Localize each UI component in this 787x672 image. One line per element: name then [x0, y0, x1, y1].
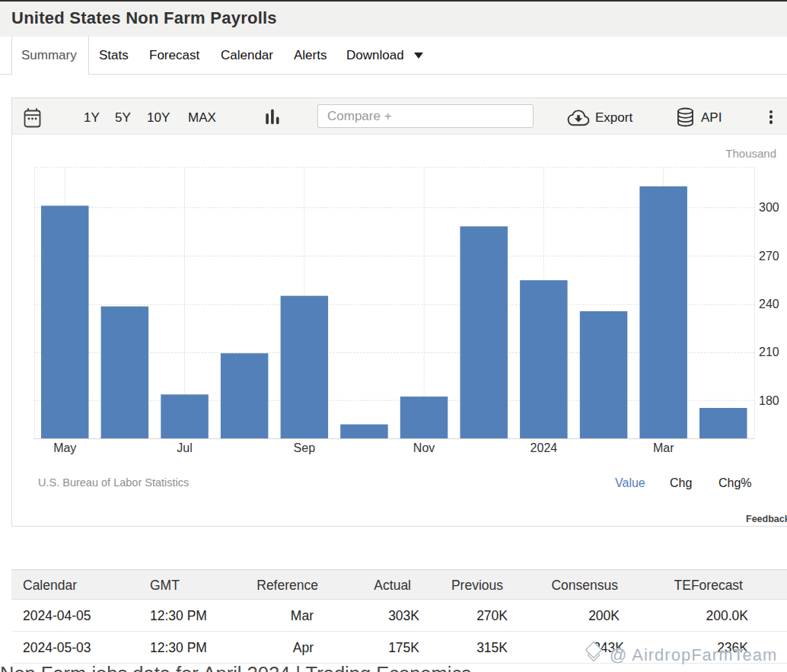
svg-text:Value: Value [615, 476, 645, 489]
svg-text:Feedback: Feedback [746, 514, 787, 524]
svg-text:Chg%: Chg% [718, 476, 752, 489]
svg-text:180: 180 [759, 394, 779, 407]
svg-text:Nov: Nov [413, 441, 435, 454]
svg-text:Sep: Sep [294, 441, 316, 454]
svg-text:Jul: Jul [177, 441, 192, 454]
svg-text:210: 210 [759, 346, 779, 358]
svg-text:240: 240 [759, 298, 779, 311]
svg-text:May: May [53, 441, 76, 454]
svg-text:Thousand: Thousand [725, 147, 776, 160]
svg-text:U.S. Bureau of Labor Statistic: U.S. Bureau of Labor Statistics [38, 476, 189, 489]
svg-text:Mar: Mar [653, 441, 674, 454]
svg-text:300: 300 [759, 201, 779, 214]
svg-text:Chg: Chg [670, 476, 692, 489]
svg-text:270: 270 [759, 250, 779, 263]
svg-text:2024: 2024 [531, 441, 558, 454]
